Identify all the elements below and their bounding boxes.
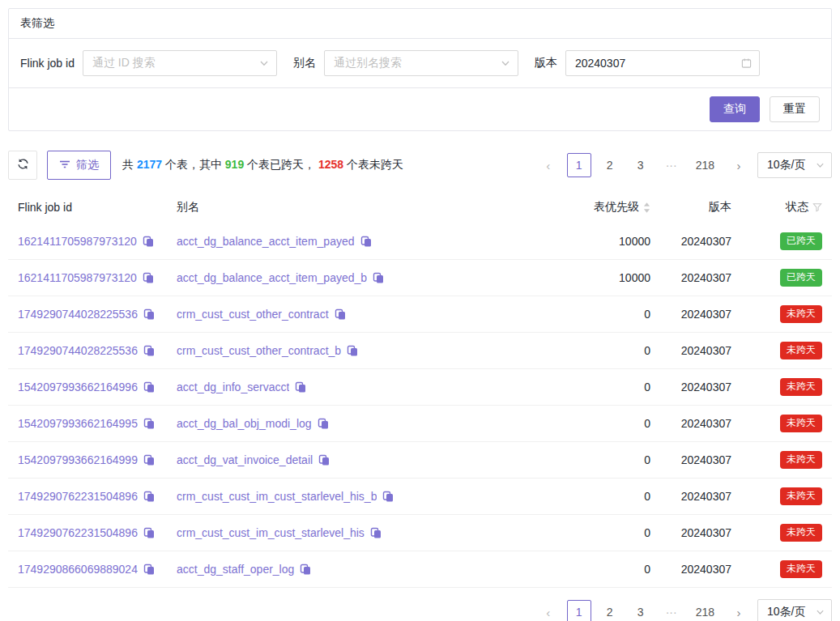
filter-fields-row: Flink job id 通过 ID 搜索 别名 通过别名搜索 版本 20240… [9, 39, 831, 87]
job-id-cell: 1621411705987973120 [18, 235, 177, 248]
version-cell: 20240307 [650, 308, 731, 321]
copy-icon[interactable] [143, 345, 155, 356]
alias-link[interactable]: crm_cust_cust_im_cust_starlevel_his [177, 526, 365, 539]
copy-icon[interactable] [347, 345, 358, 356]
page-button-last[interactable]: 218 [690, 153, 720, 177]
page-button-2[interactable]: 2 [598, 600, 622, 621]
job-id-cell: 1749290762231504896 [18, 490, 177, 503]
job-id-link[interactable]: 1749290744028225536 [18, 344, 138, 357]
job-id-link[interactable]: 1749290866069889024 [18, 563, 138, 576]
page-size-select[interactable]: 10条/页 [757, 152, 832, 178]
page-button-3[interactable]: 3 [629, 600, 653, 621]
header-flink-job-id: Flink job id [18, 201, 177, 214]
alias-link[interactable]: acct_dg_balance_acct_item_payed [177, 235, 355, 248]
page-button-last[interactable]: 218 [690, 600, 720, 621]
copy-icon[interactable] [143, 381, 155, 393]
job-id-link[interactable]: 1749290762231504896 [18, 490, 138, 503]
page-button-1[interactable]: 1 [567, 153, 591, 177]
copy-icon[interactable] [382, 491, 394, 502]
version-cell: 20240307 [650, 526, 731, 539]
status-cell: 未跨天 [731, 524, 822, 542]
query-button[interactable]: 查询 [710, 96, 760, 122]
priority-value: 10000 [619, 235, 650, 248]
status-cell: 未跨天 [731, 560, 822, 578]
flink-job-id-placeholder: 通过 ID 搜索 [92, 56, 156, 70]
version-date-input[interactable]: 20240307 [565, 50, 760, 76]
next-page-button[interactable]: › [727, 600, 751, 621]
refresh-button[interactable] [8, 151, 37, 180]
chevron-down-icon [816, 608, 825, 617]
page-button-2[interactable]: 2 [598, 153, 622, 177]
header-priority[interactable]: 表优先级 [553, 200, 650, 215]
filter-toggle-button[interactable]: 筛选 [47, 151, 111, 180]
page-button-3[interactable]: 3 [629, 153, 653, 177]
header-status[interactable]: 状态 [731, 200, 822, 215]
job-id-link[interactable]: 1621411705987973120 [18, 271, 137, 284]
job-id-link[interactable]: 1621411705987973120 [18, 235, 137, 248]
copy-icon[interactable] [143, 272, 154, 283]
alias-label: 别名 [293, 56, 316, 70]
table-body: 1621411705987973120 acct_dg_balance_acct… [8, 223, 832, 588]
page-button-1[interactable]: 1 [567, 600, 591, 621]
priority-cell: 0 [553, 308, 650, 321]
page-size-value: 10条/页 [767, 158, 805, 172]
alias-link[interactable]: acct_dg_bal_obj_modi_log [177, 417, 312, 430]
copy-icon[interactable] [318, 454, 330, 466]
chevron-down-icon [501, 58, 510, 68]
copy-icon[interactable] [143, 564, 155, 575]
reset-button[interactable]: 重置 [770, 96, 820, 122]
job-id-link[interactable]: 1542097993662164996 [18, 381, 138, 393]
copy-icon[interactable] [143, 418, 155, 429]
next-page-button[interactable]: › [727, 153, 751, 177]
copy-icon[interactable] [143, 308, 155, 320]
alias-link[interactable]: crm_cust_cust_im_cust_starlevel_his_b [177, 490, 377, 503]
priority-cell: 0 [553, 344, 650, 357]
job-id-link[interactable]: 1542097993662164995 [18, 417, 138, 430]
alias-link[interactable]: crm_cust_cust_other_contract_b [177, 344, 341, 357]
page-ellipsis[interactable]: ··· [659, 153, 684, 177]
pagination-bottom: ‹ 1 2 3 ··· 218 › 10条/页 [536, 599, 832, 621]
alias-cell: crm_cust_cust_im_cust_starlevel_his [177, 526, 553, 539]
status-cell: 未跨天 [731, 378, 822, 396]
priority-value: 10000 [619, 271, 650, 284]
copy-icon[interactable] [360, 236, 372, 247]
version-value: 20240307 [681, 344, 731, 357]
copy-icon[interactable] [143, 491, 155, 502]
alias-link[interactable]: acct_dg_balance_acct_item_payed_b [177, 271, 367, 284]
copy-icon[interactable] [373, 272, 384, 283]
copy-icon[interactable] [143, 454, 155, 466]
job-id-link[interactable]: 1542097993662164999 [18, 453, 138, 466]
copy-icon[interactable] [370, 527, 382, 538]
copy-icon[interactable] [335, 308, 346, 320]
alias-link[interactable]: acct_dg_vat_invoice_detail [177, 453, 313, 466]
prev-page-button[interactable]: ‹ [536, 600, 561, 621]
page-ellipsis[interactable]: ··· [659, 600, 684, 621]
copy-icon[interactable] [300, 564, 311, 575]
funnel-filter-icon[interactable] [812, 202, 822, 212]
status-badge: 未跨天 [780, 342, 822, 359]
filter-toggle-label: 筛选 [76, 158, 99, 172]
version-label: 版本 [535, 56, 557, 70]
job-id-link[interactable]: 1749290762231504896 [18, 526, 138, 539]
copy-icon[interactable] [143, 236, 154, 247]
alias-cell: crm_cust_cust_other_contract [177, 308, 553, 321]
version-cell: 20240307 [650, 271, 731, 284]
alias-link[interactable]: acct_dg_staff_oper_log [177, 563, 294, 576]
page-size-select[interactable]: 10条/页 [757, 599, 832, 621]
alias-cell: acct_dg_balance_acct_item_payed [177, 235, 553, 248]
toolbar: 筛选 共 2177 个表，其中 919 个表已跨天， 1258 个表未跨天 ‹ … [8, 151, 832, 180]
alias-link[interactable]: acct_dg_info_servacct [177, 381, 289, 393]
sort-icon[interactable] [643, 202, 650, 213]
copy-icon[interactable] [318, 418, 329, 429]
flink-job-id-select[interactable]: 通过 ID 搜索 [83, 50, 277, 76]
jobs-table: Flink job id 别名 表优先级 版本 状态 1621411705987… [8, 191, 832, 588]
copy-icon[interactable] [295, 381, 306, 393]
alias-cell: acct_dg_staff_oper_log [177, 563, 553, 576]
job-id-link[interactable]: 1749290744028225536 [18, 308, 138, 321]
alias-select[interactable]: 通过别名搜索 [324, 50, 518, 76]
alias-link[interactable]: crm_cust_cust_other_contract [177, 308, 329, 321]
copy-icon[interactable] [143, 527, 155, 538]
version-value: 20240307 [681, 381, 731, 393]
status-cell: 未跨天 [731, 342, 822, 359]
prev-page-button[interactable]: ‹ [536, 153, 561, 177]
